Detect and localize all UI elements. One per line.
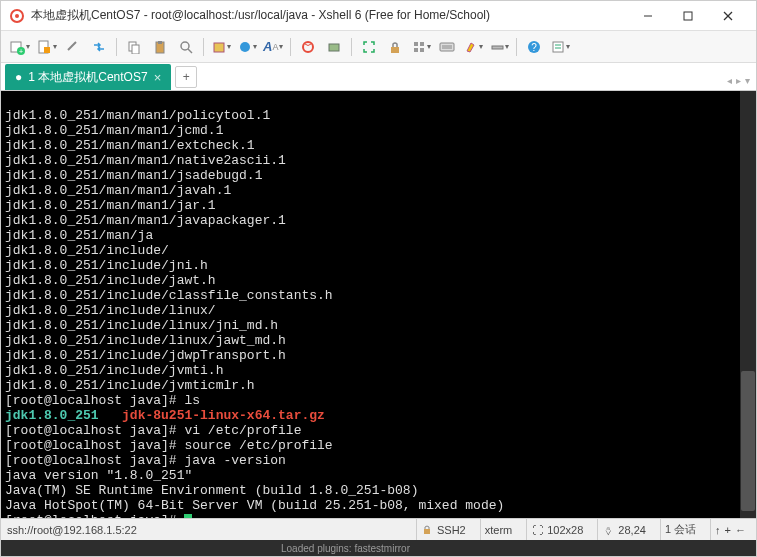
status-sessions: 1 会话 (660, 519, 700, 540)
svg-rect-12 (132, 45, 139, 54)
new-file-button[interactable]: ▾ (34, 35, 59, 59)
lock-button[interactable] (383, 35, 407, 59)
cursor-pos-icon: ⎀ (602, 524, 614, 536)
tab-close-button[interactable]: × (154, 70, 162, 85)
tab-indicator-icon: ● (15, 70, 22, 84)
svg-point-15 (181, 42, 189, 50)
footer-strip: Loaded plugins: fastestmirror (1, 540, 756, 556)
new-session-button[interactable]: +▾ (7, 35, 32, 59)
svg-text:+: + (19, 48, 23, 55)
svg-rect-26 (440, 43, 454, 51)
keyboard-button[interactable] (435, 35, 459, 59)
tile-button[interactable]: ▾ (409, 35, 433, 59)
svg-rect-29 (492, 46, 503, 49)
nav-add-icon[interactable]: + (725, 524, 731, 536)
font-button[interactable]: AA▾ (261, 35, 285, 59)
svg-rect-35 (424, 529, 430, 534)
statusbar: ssh://root@192.168.1.5:22 SSH2 xterm ⛶ 1… (1, 518, 756, 540)
svg-rect-3 (684, 12, 692, 20)
status-size: ⛶ 102x28 (526, 519, 587, 540)
maximize-button[interactable] (668, 2, 708, 30)
toolbar: +▾ ▾ ▾ ▾ AA▾ ▾ ▾ ▾ ? ▾ (1, 31, 756, 63)
svg-rect-21 (391, 47, 399, 53)
tab-label: 1 本地虚拟机CentOS7 (28, 69, 147, 86)
svg-rect-22 (414, 42, 418, 46)
tab-menu-icon[interactable]: ▾ (745, 75, 750, 86)
script-button[interactable]: ▾ (548, 35, 572, 59)
reconnect-button[interactable] (296, 35, 320, 59)
fullscreen-button[interactable] (357, 35, 381, 59)
window-title: 本地虚拟机CentOS7 - root@localhost:/usr/local… (31, 7, 628, 24)
ruler-button[interactable]: ▾ (487, 35, 511, 59)
svg-rect-20 (329, 44, 339, 51)
svg-rect-32 (553, 42, 563, 52)
tab-session-1[interactable]: ● 1 本地虚拟机CentOS7 × (5, 64, 171, 90)
terminal-cursor (184, 514, 192, 518)
footer-text: Loaded plugins: fastestmirror (281, 543, 410, 554)
app-icon (9, 8, 25, 24)
copy-button[interactable] (122, 35, 146, 59)
status-nav: ↑ + ← (710, 519, 750, 540)
tab-next-icon[interactable]: ▸ (736, 75, 741, 86)
tab-add-button[interactable]: + (175, 66, 197, 88)
titlebar: 本地虚拟机CentOS7 - root@localhost:/usr/local… (1, 1, 756, 31)
svg-rect-17 (214, 43, 224, 52)
tabbar: ● 1 本地虚拟机CentOS7 × + ◂ ▸ ▾ (1, 63, 756, 91)
status-cursor-pos: ⎀ 28,24 (597, 519, 650, 540)
lock-icon (421, 524, 433, 536)
tab-prev-icon[interactable]: ◂ (727, 75, 732, 86)
close-button[interactable] (708, 2, 748, 30)
svg-rect-10 (44, 47, 50, 53)
nav-left-icon[interactable]: ← (735, 524, 746, 536)
link-button[interactable] (61, 35, 85, 59)
svg-line-16 (188, 49, 192, 53)
status-protocol: SSH2 (416, 519, 470, 540)
svg-rect-23 (420, 42, 424, 46)
transfer-button[interactable] (87, 35, 111, 59)
status-connection: ssh://root@192.168.1.5:22 (7, 524, 137, 536)
svg-rect-25 (420, 48, 424, 52)
color-button[interactable]: ▾ (235, 35, 259, 59)
svg-point-19 (303, 42, 313, 52)
search-button[interactable] (174, 35, 198, 59)
paste-button[interactable] (148, 35, 172, 59)
minimize-button[interactable] (628, 2, 668, 30)
status-term-type: xterm (480, 519, 517, 540)
terminal-scrollbar[interactable] (740, 91, 756, 518)
svg-text:?: ? (532, 42, 538, 53)
help-button[interactable]: ? (522, 35, 546, 59)
svg-rect-24 (414, 48, 418, 52)
tab-nav: ◂ ▸ ▾ (727, 75, 750, 86)
disconnect-button[interactable] (322, 35, 346, 59)
svg-point-18 (240, 42, 250, 52)
nav-up-icon[interactable]: ↑ (715, 524, 721, 536)
properties-button[interactable]: ▾ (209, 35, 233, 59)
scrollbar-thumb[interactable] (741, 371, 755, 511)
grid-icon: ⛶ (531, 524, 543, 536)
terminal[interactable]: jdk1.8.0_251/man/man1/policytool.1jdk1.8… (1, 91, 756, 518)
svg-point-1 (15, 14, 19, 18)
highlight-button[interactable]: ▾ (461, 35, 485, 59)
svg-rect-14 (158, 41, 162, 44)
